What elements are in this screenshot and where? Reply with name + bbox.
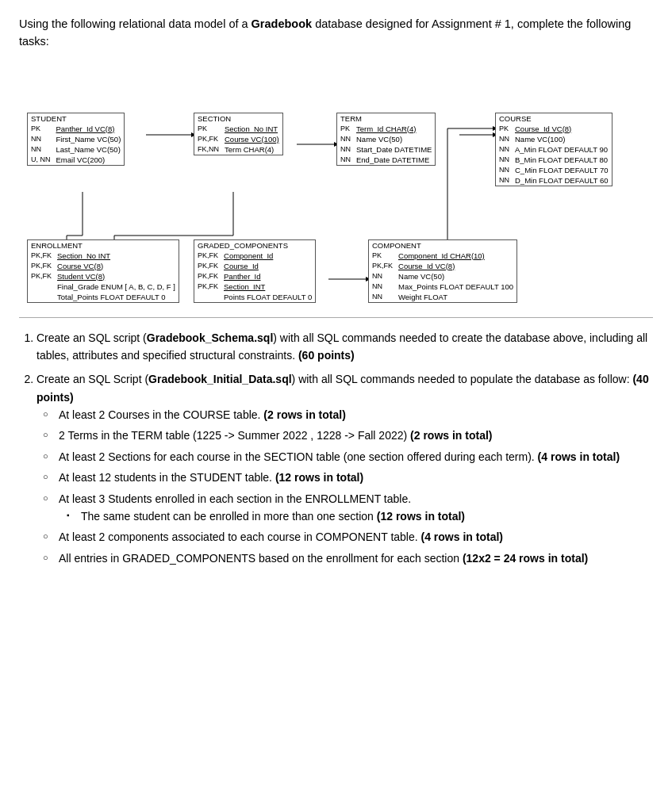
- entity-term: TERM PKTerm_Id CHAR(4) NNName VC(50) NNS…: [336, 113, 436, 166]
- task1-points: (60 points): [298, 349, 355, 362]
- task1-prefix: Create an SQL script (Gradebook_Schema.s…: [36, 331, 647, 362]
- entity-graded-components: GRADED_COMPONENTS PK,FKComponent_Id PK,F…: [194, 239, 316, 303]
- entity-enrollment: ENROLLMENT PK,FKSection_No INT PK,FKCour…: [27, 239, 179, 303]
- er-diagram: STUDENT PKPanther_Id VC(8) NNFirst_Name …: [19, 65, 653, 311]
- subtask-6: At least 2 components associated to each…: [59, 528, 653, 546]
- subtask6-bold: (4 rows in total): [421, 530, 503, 543]
- subtask-4: At least 12 students in the STUDENT tabl…: [59, 469, 653, 486]
- task2-points: (40 points): [36, 373, 649, 403]
- task1-filename: Gradebook_Schema.sql: [147, 331, 274, 344]
- subtask-list: At least 2 Courses in the COURSE table. …: [36, 406, 653, 567]
- subtask-5: At least 3 Students enrolled in each sec…: [59, 490, 653, 526]
- subtask-2: 2 Terms in the TERM table (1225 -> Summe…: [59, 427, 653, 444]
- task-1: Create an SQL script (Gradebook_Schema.s…: [36, 329, 653, 365]
- subtask5-sub-list: The same student can be enrolled in more…: [59, 508, 653, 525]
- intro-bold: Gradebook: [252, 17, 313, 30]
- entity-course: COURSE PKCourse_Id VC(8) NNName VC(100) …: [495, 113, 612, 186]
- subtask1-bold: (2 rows in total): [263, 408, 345, 421]
- divider: [19, 317, 653, 318]
- subtask5-sub1: The same student can be enrolled in more…: [81, 508, 653, 525]
- subtask3-bold: (4 rows in total): [538, 450, 620, 463]
- subtask-1: At least 2 Courses in the COURSE table. …: [59, 406, 653, 423]
- entity-student: STUDENT PKPanther_Id VC(8) NNFirst_Name …: [27, 113, 125, 166]
- intro-paragraph: Using the following relational data mode…: [19, 16, 653, 51]
- task-2: Create an SQL Script (Gradebook_Initial_…: [36, 370, 653, 567]
- subtask-3: At least 2 Sections for each course in t…: [59, 448, 653, 465]
- subtask-7: All entries in GRADED_COMPONENTS based o…: [59, 550, 653, 567]
- subtask5-sub1-bold: (12 rows in total): [377, 510, 465, 523]
- entity-section: SECTION PKSection_No INT PK,FKCourse VC(…: [194, 113, 283, 155]
- task2-filename: Gradebook_Initial_Data.sql: [148, 373, 292, 385]
- intro-text-before: Using the following relational data mode…: [19, 17, 252, 30]
- entity-component: COMPONENT PKComponent_Id CHAR(10) PK,FKC…: [368, 239, 517, 303]
- subtask4-bold: (12 rows in total): [275, 471, 363, 484]
- instructions-section: Create an SQL script (Gradebook_Schema.s…: [19, 329, 653, 568]
- subtask2-bold: (2 rows in total): [410, 429, 492, 442]
- task2-prefix: Create an SQL Script (Gradebook_Initial_…: [36, 373, 649, 403]
- subtask7-bold: (12x2 = 24 rows in total): [463, 552, 588, 565]
- task-list: Create an SQL script (Gradebook_Schema.s…: [19, 329, 653, 568]
